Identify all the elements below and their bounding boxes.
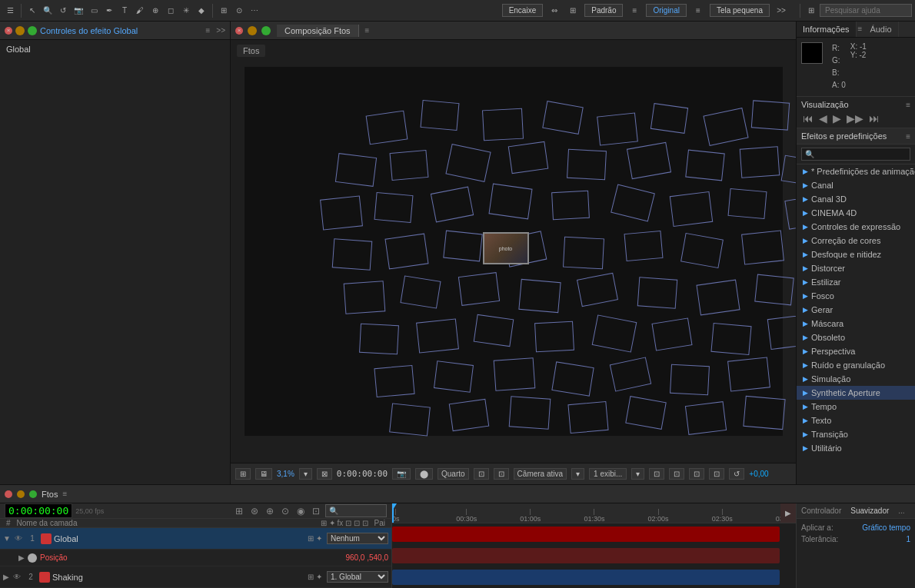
render-btn2[interactable]: ⊡ [669, 468, 684, 480]
panel-menu-icon[interactable]: ≡ [205, 26, 210, 35]
pen-tool[interactable]: ✒ [102, 4, 116, 18]
standard-btn[interactable]: Padrão [584, 4, 623, 17]
tl-ctrl-3[interactable]: ⊕ [264, 505, 276, 517]
layer-vis[interactable]: 👁 [12, 572, 22, 583]
expand-arrow[interactable]: ▼ [3, 534, 11, 543]
effect-item[interactable]: ▶ Canal [797, 178, 915, 192]
tab-controlador[interactable]: Controlador [797, 503, 846, 518]
timeline-menu-icon[interactable]: ≡ [62, 490, 67, 498]
layer-row[interactable]: ▼ 👁 1 Global ⊞ ✦ Nenhum [0, 528, 391, 550]
effect-item[interactable]: ▶ Distorcer [797, 261, 915, 275]
grid-icon[interactable]: ⊞ [566, 4, 580, 18]
tab-suavizador[interactable]: Suavizador [846, 503, 893, 518]
rotate-tool[interactable]: ↺ [56, 4, 70, 18]
view-down[interactable]: ▾ [631, 468, 644, 480]
comp-menu-icon[interactable]: ≡ [362, 26, 373, 35]
tl-ctrl-1[interactable]: ⊞ [233, 505, 245, 517]
viz-menu-icon[interactable]: ≡ [906, 101, 910, 109]
menu3-icon[interactable]: ≡ [691, 4, 705, 18]
effect-item[interactable]: ▶ Tempo [797, 400, 915, 414]
layer-row[interactable]: ▶ 👁 2 Shaking ⊞ ✦ 1. Global [0, 566, 391, 588]
brush-tool[interactable]: 🖌 [133, 4, 147, 18]
camera-select[interactable]: Câmera ativa [514, 468, 567, 480]
view-count[interactable]: 1 exibi... [589, 468, 627, 480]
play-btn[interactable]: ▶ [831, 112, 843, 125]
shape-tool[interactable]: ◆ [195, 4, 208, 18]
effect-item[interactable]: ▶ CINEMA 4D [797, 206, 915, 220]
effect-item[interactable]: ▶ Synthetic Aperture [797, 386, 915, 400]
layer-vis[interactable]: 👁 [13, 533, 24, 544]
close-btn[interactable]: × [5, 27, 12, 35]
effect-item[interactable]: ▶ Máscara [797, 317, 915, 331]
prev-frame-btn[interactable]: ◀ [817, 112, 829, 125]
effect-item[interactable]: ▶ Fosco [797, 289, 915, 303]
effects-menu-icon[interactable]: ≡ [906, 132, 910, 141]
eraser-tool[interactable]: ◻ [164, 4, 178, 18]
camera-tool[interactable]: 📷 [72, 4, 85, 18]
effect-item[interactable]: ▶ Texto [797, 414, 915, 427]
menu2-icon[interactable]: ≡ [627, 4, 641, 18]
tab-more[interactable]: ... [893, 503, 909, 518]
render-btn1[interactable]: ⊡ [649, 468, 664, 480]
quality-select[interactable]: Quarto [438, 468, 469, 480]
render-btn5[interactable]: ↺ [729, 468, 744, 480]
clone-tool[interactable]: ⊕ [148, 4, 162, 18]
tab-informacoes[interactable]: Informações [797, 22, 857, 37]
effect-item[interactable]: ▶ Desfoque e nitidez [797, 247, 915, 261]
cam-down[interactable]: ▾ [571, 468, 584, 480]
grid-btn[interactable]: ⊞ [235, 468, 251, 480]
effect-item[interactable]: ▶ Utilitário [797, 441, 915, 455]
expand-panel-btn[interactable]: >> [216, 26, 225, 35]
expand-arrow[interactable]: ▶ [3, 573, 9, 581]
effect-item[interactable]: ▶ Gerar [797, 303, 915, 317]
effect-item[interactable]: ▶ Controles de expressão [797, 220, 915, 234]
skip-start-btn[interactable]: ⏮ [801, 112, 815, 125]
effect-item[interactable]: ▶ Simulação [797, 372, 915, 386]
snap-btn[interactable]: Encaixe [502, 4, 544, 17]
color-btn[interactable]: ⬤ [415, 468, 433, 480]
effect-item[interactable]: ▶ Estilizar [797, 275, 915, 289]
effect-item[interactable]: ▶ Transição [797, 427, 915, 441]
tl-ctrl-5[interactable]: ◉ [294, 505, 307, 517]
effect-item[interactable]: ▶ Perspectiva [797, 344, 915, 358]
tab-audio[interactable]: Áudio [863, 22, 898, 37]
original-btn[interactable]: Original [646, 4, 686, 17]
select-tool[interactable]: ↖ [25, 4, 39, 18]
path-tool[interactable]: ⋯ [248, 4, 261, 18]
toggle2-btn[interactable]: ⊡ [494, 468, 509, 480]
puppet-tool[interactable]: ✳ [179, 4, 193, 18]
skip-end-btn[interactable]: ⏭ [867, 112, 881, 125]
transform-tool[interactable]: ⊞ [217, 4, 231, 18]
timeline-search[interactable] [325, 504, 387, 517]
toggle-btn[interactable]: ⊡ [474, 468, 489, 480]
menu-icon[interactable]: ☰ [3, 4, 17, 18]
effect-item[interactable]: ▶ * Predefinições de animação [797, 164, 915, 178]
camera-btn[interactable]: 📷 [392, 468, 411, 480]
info-menu-icon[interactable]: ≡ [857, 22, 864, 37]
comp-tab[interactable]: Composição Ftos [277, 25, 359, 37]
next-frame-btn[interactable]: ▶▶ [845, 112, 865, 125]
effect-item[interactable]: ▶ Correção de cores [797, 234, 915, 247]
sub-expand[interactable]: ▶ [18, 553, 25, 562]
effect-item[interactable]: ▶ Ruído e granulação [797, 358, 915, 372]
comp-close-btn[interactable]: × [235, 27, 243, 35]
text-tool[interactable]: T [118, 4, 131, 18]
effect-item[interactable]: ▶ Canal 3D [797, 192, 915, 206]
render-btn4[interactable]: ⊡ [709, 468, 724, 480]
playhead[interactable] [392, 503, 394, 523]
tl-ctrl-2[interactable]: ⊛ [248, 505, 261, 517]
tl-ctrl-4[interactable]: ⊙ [279, 505, 291, 517]
fit-btn[interactable]: ⊠ [317, 468, 332, 480]
workspace-icon[interactable]: ⊞ [804, 4, 818, 18]
composition-canvas[interactable]: Ftos photo [231, 40, 796, 463]
rect-tool[interactable]: ▭ [87, 4, 101, 18]
expand-icon[interactable]: ⇔ [547, 4, 561, 18]
tl-ctrl-6[interactable]: ⊡ [310, 505, 322, 517]
effects-search-input[interactable] [801, 148, 910, 161]
small-btn[interactable]: Tela pequena [710, 4, 770, 17]
help-search[interactable] [820, 4, 912, 17]
render-btn3[interactable]: ⊡ [689, 468, 704, 480]
anchor-tool[interactable]: ⊙ [232, 4, 246, 18]
arrows-icon[interactable]: >> [774, 4, 788, 18]
zoom-dropdown[interactable]: ▾ [299, 468, 312, 480]
